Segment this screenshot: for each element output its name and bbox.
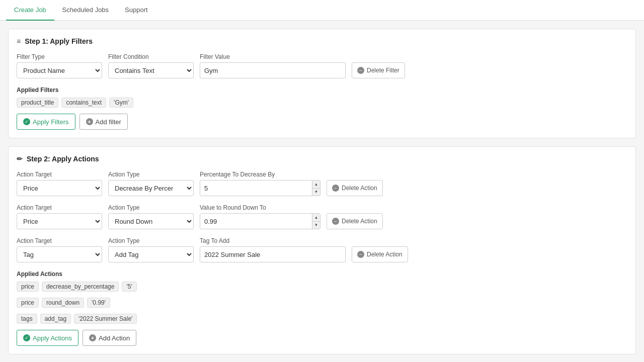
action-value-1-input[interactable] <box>200 213 320 229</box>
filter-icon: ≡ <box>17 37 21 45</box>
action-type-2-label: Action Type <box>108 237 194 244</box>
action-value-1-group: Value to Round Down To ▲ ▼ <box>200 204 320 229</box>
delete-action-1-icon: − <box>332 218 339 225</box>
action-tag-2-2: '2022 Summer Sale' <box>74 314 137 324</box>
action-value-1-spinners: ▲ ▼ <box>312 214 320 229</box>
action-tag-0-1: decrease_by_percentage <box>42 282 119 292</box>
add-action-plus-icon: + <box>89 334 96 341</box>
filter-tag-1: contains_text <box>61 98 106 108</box>
apply-actions-button[interactable]: ✓ Apply Actions <box>17 330 78 346</box>
action-tag-1-1: round_down <box>42 298 84 308</box>
spinner-down-0[interactable]: ▼ <box>312 189 320 196</box>
action-tag-0-0: price <box>17 282 39 292</box>
filter-action-buttons: ✓ Apply Filters + Add filter <box>17 114 627 130</box>
action-target-0-group: Action Target PriceTagTitle <box>17 171 102 196</box>
step2-card: ✏ Step 2: Apply Actions Action Target Pr… <box>8 146 636 354</box>
applied-actions-label: Applied Actions <box>17 270 627 278</box>
delete-action-2-button[interactable]: − Delete Action <box>352 246 408 262</box>
add-filter-button[interactable]: + Add filter <box>79 114 128 130</box>
filter-condition-select[interactable]: Contains Text Equals Does Not Contain <box>108 62 194 78</box>
action-target-1-group: Action Target PriceTagTitle <box>17 204 102 229</box>
action-value-2-group: Tag To Add <box>200 237 346 262</box>
filter-value-label: Filter Value <box>200 53 346 60</box>
action-value-1-wrapper: ▲ ▼ <box>200 213 320 229</box>
delete-action-2-icon: − <box>357 251 364 258</box>
action-target-2-group: Action Target PriceTagTitle <box>17 237 102 262</box>
filter-type-select[interactable]: Product Name Tag Price Category <box>17 62 102 78</box>
spinner-down-1[interactable]: ▼ <box>312 222 320 229</box>
applied-actions-row-0: price decrease_by_percentage '5' <box>17 282 627 292</box>
filter-tag-2: 'Gym' <box>109 98 133 108</box>
action-value-0-spinners: ▲ ▼ <box>312 180 320 196</box>
action-type-0-select[interactable]: Decrease By PercentageRound DownAdd Tag <box>108 180 194 196</box>
action-value-1-label: Value to Round Down To <box>200 204 320 211</box>
tab-bar: Create Job Scheduled Jobs Support <box>0 0 644 21</box>
pencil-icon: ✏ <box>17 155 23 163</box>
action-type-1-select[interactable]: Decrease By PercentageRound DownAdd Tag <box>108 213 194 229</box>
apply-filters-button[interactable]: ✓ Apply Filters <box>17 114 75 130</box>
action-tag-2-1: add_tag <box>40 314 71 324</box>
action-target-0-select[interactable]: PriceTagTitle <box>17 180 102 196</box>
step1-card: ≡ Step 1: Apply Filters Filter Type Prod… <box>8 29 636 138</box>
action-value-0-label: Percentage To Decrease By <box>200 171 320 178</box>
apply-actions-check-icon: ✓ <box>23 334 30 341</box>
action-row-0: Action Target PriceTagTitle Action Type … <box>17 171 627 196</box>
applied-filters-label: Applied Filters <box>17 86 627 94</box>
action-tag-1-0: price <box>17 298 39 308</box>
delete-filter-icon: − <box>357 67 364 74</box>
action-type-0-label: Action Type <box>108 171 194 178</box>
action-target-1-select[interactable]: PriceTagTitle <box>17 213 102 229</box>
delete-action-1-button[interactable]: − Delete Action <box>327 213 383 229</box>
filter-value-input[interactable] <box>200 62 346 78</box>
tab-support[interactable]: Support <box>117 0 156 21</box>
filter-value-group: Filter Value <box>200 53 346 78</box>
action-target-1-label: Action Target <box>17 204 102 211</box>
action-value-2-input[interactable] <box>200 246 346 262</box>
spinner-up-0[interactable]: ▲ <box>312 180 320 189</box>
action-value-0-wrapper: ▲ ▼ <box>200 180 320 196</box>
action-type-2-select[interactable]: Decrease By PercentageRound DownAdd Tag <box>108 246 194 262</box>
tab-create-job[interactable]: Create Job <box>6 0 54 21</box>
add-action-button[interactable]: + Add Action <box>83 330 136 346</box>
apply-filters-check-icon: ✓ <box>23 118 30 125</box>
filter-condition-label: Filter Condition <box>108 53 194 60</box>
applied-filters-tags: product_title contains_text 'Gym' <box>17 98 627 108</box>
spinner-up-1[interactable]: ▲ <box>312 214 320 222</box>
action-type-1-label: Action Type <box>108 204 194 211</box>
action-tag-0-2: '5' <box>122 282 136 292</box>
action-target-0-label: Action Target <box>17 171 102 178</box>
action-action-buttons: ✓ Apply Actions + Add Action <box>17 330 627 346</box>
step1-title: ≡ Step 1: Apply Filters <box>17 37 627 45</box>
filter-condition-group: Filter Condition Contains Text Equals Do… <box>108 53 194 78</box>
action-type-1-group: Action Type Decrease By PercentageRound … <box>108 204 194 229</box>
action-value-0-input[interactable] <box>200 180 320 196</box>
action-value-2-label: Tag To Add <box>200 237 346 244</box>
action-row-2: Action Target PriceTagTitle Action Type … <box>17 237 627 262</box>
action-type-0-group: Action Type Decrease By PercentageRound … <box>108 171 194 196</box>
delete-filter-button[interactable]: − Delete Filter <box>352 62 405 78</box>
delete-action-0-button[interactable]: − Delete Action <box>327 180 383 196</box>
action-row-1: Action Target PriceTagTitle Action Type … <box>17 204 627 229</box>
action-value-0-group: Percentage To Decrease By ▲ ▼ <box>200 171 320 196</box>
delete-action-0-icon: − <box>332 185 339 192</box>
filter-tag-0: product_title <box>17 98 58 108</box>
action-tag-1-2: '0.99' <box>87 298 110 308</box>
add-filter-plus-icon: + <box>86 118 93 125</box>
main-content: ≡ Step 1: Apply Filters Filter Type Prod… <box>0 21 644 362</box>
applied-actions-row-2: tags add_tag '2022 Summer Sale' <box>17 314 627 324</box>
action-tag-2-0: tags <box>17 314 37 324</box>
filter-row: Filter Type Product Name Tag Price Categ… <box>17 53 627 78</box>
step2-title: ✏ Step 2: Apply Actions <box>17 155 627 163</box>
action-target-2-label: Action Target <box>17 237 102 244</box>
tab-scheduled-jobs[interactable]: Scheduled Jobs <box>54 0 117 21</box>
filter-type-label: Filter Type <box>17 53 102 60</box>
action-target-2-select[interactable]: PriceTagTitle <box>17 246 102 262</box>
applied-actions-row-1: price round_down '0.99' <box>17 298 627 308</box>
action-type-2-group: Action Type Decrease By PercentageRound … <box>108 237 194 262</box>
filter-type-group: Filter Type Product Name Tag Price Categ… <box>17 53 102 78</box>
